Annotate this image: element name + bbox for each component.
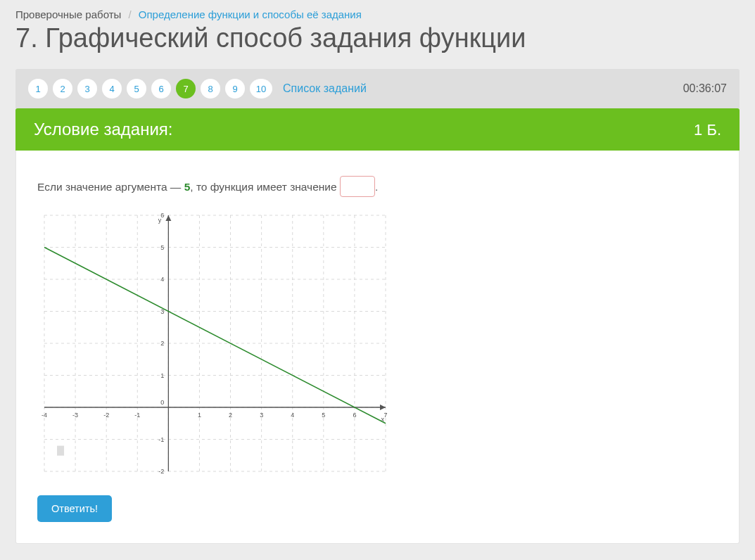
svg-rect-47 <box>57 446 64 456</box>
svg-text:-2: -2 <box>103 412 109 419</box>
task-number-6[interactable]: 6 <box>151 79 171 98</box>
task-number-9[interactable]: 9 <box>225 79 245 98</box>
svg-marker-24 <box>165 215 171 221</box>
svg-text:-1: -1 <box>158 436 164 443</box>
svg-text:y: y <box>158 217 162 224</box>
breadcrumb-child-link[interactable]: Определение функции и способы её задания <box>139 8 362 20</box>
question-middle: , то функция имеет значение <box>190 181 340 193</box>
svg-text:0: 0 <box>160 399 164 406</box>
svg-text:1: 1 <box>160 372 164 379</box>
svg-text:6: 6 <box>353 412 356 419</box>
svg-text:-2: -2 <box>158 468 164 475</box>
svg-text:-1: -1 <box>134 412 140 419</box>
breadcrumb: Проверочные работы / Определение функции… <box>15 8 740 20</box>
svg-text:1: 1 <box>198 412 201 419</box>
page-title: 7. Графический способ задания функции <box>15 23 740 53</box>
task-number-3[interactable]: 3 <box>77 79 97 98</box>
condition-header: Условие задания: 1 Б. <box>15 108 740 151</box>
task-card: 12345678910Список заданий 00:36:07 Услов… <box>15 69 740 544</box>
question-suffix: . <box>375 181 378 193</box>
task-body: Если значение аргумента — 5, то функция … <box>15 151 740 544</box>
svg-text:-4: -4 <box>42 412 47 419</box>
svg-text:5: 5 <box>160 244 164 251</box>
svg-text:-3: -3 <box>72 412 78 419</box>
svg-marker-23 <box>380 405 386 410</box>
breadcrumb-parent: Проверочные работы <box>15 8 121 20</box>
timer: 00:36:07 <box>683 82 727 95</box>
function-graph: -4-3-2-11234567-2-11234560xy <box>37 210 718 480</box>
task-number-8[interactable]: 8 <box>201 79 220 98</box>
question-prefix: Если значение аргумента — <box>37 181 184 193</box>
breadcrumb-separator: / <box>128 8 131 20</box>
task-list-link[interactable]: Список заданий <box>283 82 367 95</box>
question-text: Если значение аргумента — 5, то функция … <box>37 176 718 197</box>
task-number-5[interactable]: 5 <box>127 79 146 98</box>
svg-text:5: 5 <box>322 412 325 419</box>
task-number-10[interactable]: 10 <box>250 79 272 98</box>
svg-text:3: 3 <box>260 412 263 419</box>
task-number-1[interactable]: 1 <box>28 79 48 98</box>
task-number-list: 12345678910Список заданий <box>28 79 367 98</box>
svg-text:2: 2 <box>160 340 164 347</box>
condition-label: Условие задания: <box>34 120 172 139</box>
submit-button[interactable]: Ответить! <box>37 495 112 522</box>
task-nav-bar: 12345678910Список заданий 00:36:07 <box>15 69 740 108</box>
task-number-2[interactable]: 2 <box>53 79 72 98</box>
svg-text:4: 4 <box>160 276 164 283</box>
svg-text:4: 4 <box>291 412 294 419</box>
svg-text:7: 7 <box>383 412 387 419</box>
points-badge: 1 Б. <box>694 121 721 139</box>
graph-svg: -4-3-2-11234567-2-11234560xy <box>37 210 393 477</box>
task-number-7[interactable]: 7 <box>176 79 196 98</box>
task-number-4[interactable]: 4 <box>102 79 122 98</box>
svg-text:2: 2 <box>229 412 232 419</box>
answer-input[interactable] <box>340 176 375 197</box>
